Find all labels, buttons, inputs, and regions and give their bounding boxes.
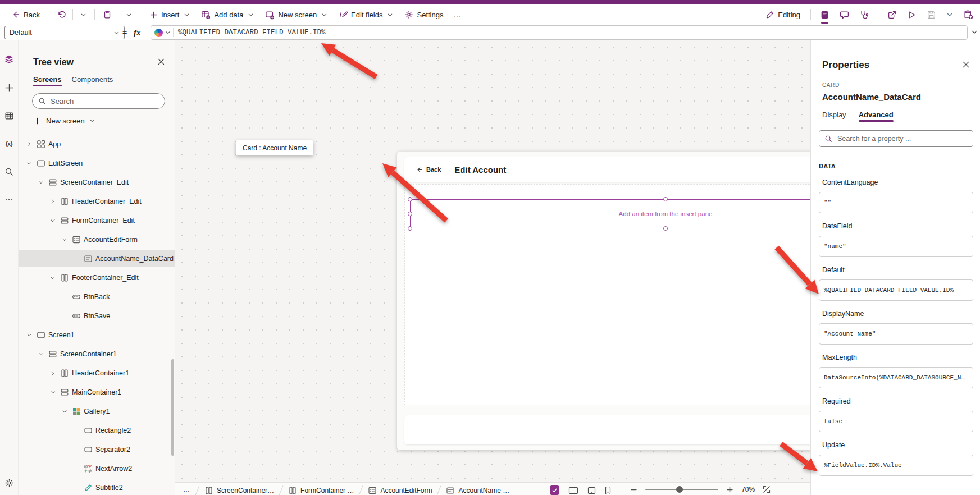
tree-item-EditScreen[interactable]: EditScreen (19, 155, 175, 172)
tab-components[interactable]: Components (72, 75, 113, 88)
chevron-down-icon[interactable] (165, 30, 171, 35)
tree-item-AccountName_DataCard[interactable]: AccountName_DataCard (19, 250, 175, 267)
chevron-down-icon[interactable] (49, 389, 57, 395)
chevron-right-icon[interactable] (25, 141, 33, 147)
property-input-DataField[interactable]: "name" (819, 236, 973, 257)
resize-handle[interactable] (408, 212, 412, 216)
zoom-slider-knob[interactable] (676, 486, 683, 493)
resize-handle[interactable] (663, 226, 668, 231)
property-input-Default[interactable]: %QUALIFIED_DATACARD_FIELD_VALUE.ID% (819, 279, 973, 301)
settings-button[interactable]: Settings (400, 7, 448, 22)
tree-item-Rectangle2[interactable]: Rectangle2 (19, 422, 175, 439)
tree-item-MainContainer1[interactable]: MainContainer1 (19, 384, 175, 401)
paste-button[interactable] (99, 7, 115, 22)
tree-item-ScreenContainer1[interactable]: ScreenContainer1 (19, 346, 175, 363)
breadcrumb-more-button[interactable]: … (183, 485, 190, 493)
tree-item-HeaderContainer1[interactable]: HeaderContainer1 (19, 365, 175, 382)
edit-fields-button[interactable]: Edit fields (334, 7, 398, 22)
new-screen-button[interactable]: New screen (261, 7, 332, 22)
preview-button[interactable] (904, 7, 920, 22)
desktop-size-icon[interactable] (568, 486, 578, 495)
tree-item-AccountEditForm[interactable]: AccountEditForm (19, 231, 175, 248)
rail-variables-button[interactable]: {x} (2, 137, 16, 150)
tree-item-ScreenContainer_Edit[interactable]: ScreenContainer_Edit (19, 174, 175, 191)
breadcrumb-item[interactable]: ScreenContainer… (204, 486, 274, 495)
chevron-down-icon[interactable] (25, 332, 33, 338)
rail-search-button[interactable] (2, 165, 16, 178)
app-checker-button[interactable] (856, 7, 872, 22)
paste-menu-chevron[interactable] (121, 9, 135, 21)
canvas-check-icon[interactable] (550, 485, 559, 495)
zoom-out-icon[interactable] (630, 486, 637, 493)
breadcrumb-item[interactable]: AccountName … (446, 486, 509, 495)
tree-item-Subtitle2[interactable]: Subtitle2 (19, 479, 175, 495)
tree-item-Gallery1[interactable]: Gallery1 (19, 403, 175, 420)
screen-back-link[interactable]: Back (416, 166, 441, 173)
fit-to-window-icon[interactable] (763, 485, 771, 493)
breadcrumb-item[interactable]: FormContainer … (288, 486, 354, 495)
property-input-MaxLength[interactable]: DataSourceInfo(%DATACARD_DATASOURCE_N… (819, 367, 973, 388)
close-icon[interactable] (157, 58, 165, 67)
app-authoring-button[interactable] (817, 7, 833, 22)
chevron-down-icon[interactable] (49, 275, 57, 281)
chevron-right-icon[interactable] (49, 199, 57, 204)
zoom-slider[interactable] (645, 489, 718, 490)
comments-button[interactable] (836, 7, 853, 22)
more-commands-button[interactable]: … (450, 8, 464, 22)
chevron-down-icon[interactable] (61, 237, 69, 242)
property-input-ContentLanguage[interactable]: "" (819, 192, 973, 213)
design-canvas[interactable]: Back Edit Account Add an item from the i… (175, 40, 810, 495)
tree-item-BtnBack[interactable]: BtnBack (19, 288, 175, 305)
tree-item-Screen1[interactable]: Screen1 (19, 327, 175, 343)
editing-mode-button[interactable]: Editing (761, 7, 805, 22)
tree-item-Separator2[interactable]: Separator2 (19, 441, 175, 458)
tab-screens[interactable]: Screens (33, 75, 62, 88)
save-button[interactable] (923, 7, 940, 22)
tablet-size-icon[interactable] (587, 486, 596, 495)
chevron-down-icon[interactable] (37, 351, 45, 357)
close-icon[interactable] (962, 61, 970, 70)
tree-item-App[interactable]: App (19, 136, 175, 153)
share-button[interactable] (884, 7, 900, 22)
undo-menu-chevron[interactable] (76, 9, 90, 21)
tree-item-BtnSave[interactable]: BtnSave (19, 308, 175, 324)
insert-button[interactable]: Insert (145, 8, 195, 22)
chevron-right-icon[interactable] (49, 370, 57, 376)
resize-handle[interactable] (408, 197, 412, 201)
property-selector[interactable]: Default (4, 26, 125, 39)
undo-button[interactable] (54, 7, 70, 22)
chevron-down-icon[interactable] (49, 218, 57, 223)
property-search-input[interactable] (836, 134, 968, 143)
chevron-down-icon[interactable] (37, 180, 45, 185)
save-menu-chevron[interactable] (943, 8, 956, 21)
tree-search-box[interactable] (32, 93, 165, 109)
property-input-DisplayName[interactable]: "Account Name" (819, 323, 973, 345)
zoom-level[interactable]: 70% (741, 485, 755, 493)
rail-tree-view-button[interactable] (2, 53, 16, 66)
rail-settings-button[interactable] (2, 476, 16, 489)
tab-display[interactable]: Display (822, 111, 846, 123)
publish-button[interactable] (960, 7, 977, 22)
property-input-Required[interactable]: false (819, 411, 973, 432)
rail-more-button[interactable] (2, 193, 16, 207)
tree-item-FormContainer_Edit[interactable]: FormContainer_Edit (19, 212, 175, 229)
property-input-Update[interactable]: %FieldValue.ID%.Value (819, 455, 973, 476)
chevron-down-icon[interactable] (25, 161, 33, 166)
add-data-button[interactable]: Add data (197, 7, 258, 22)
copilot-icon[interactable] (154, 29, 163, 37)
formula-input[interactable]: %QUALIFIED_DATACARD_FIELD_VALUE.ID% (178, 29, 326, 36)
tree-item-NextArrow2[interactable]: NextArrow2 (19, 460, 175, 477)
tree-item-HeaderContainer_Edit[interactable]: HeaderContainer_Edit (19, 193, 175, 210)
back-button[interactable]: Back (7, 7, 44, 22)
tree-item-FooterContainer_Edit[interactable]: FooterContainer_Edit (19, 269, 175, 286)
tab-advanced[interactable]: Advanced (859, 111, 894, 123)
chevron-down-icon[interactable] (61, 409, 69, 414)
phone-size-icon[interactable] (605, 486, 611, 495)
breadcrumb-item[interactable]: AccountEditForm (368, 486, 432, 495)
property-search-box[interactable] (819, 130, 973, 147)
formula-expand-chevron[interactable] (971, 29, 978, 35)
tree-scrollbar[interactable] (171, 359, 174, 456)
rail-insert-button[interactable] (2, 81, 16, 94)
zoom-in-icon[interactable] (726, 486, 733, 493)
rail-data-button[interactable] (2, 109, 16, 122)
